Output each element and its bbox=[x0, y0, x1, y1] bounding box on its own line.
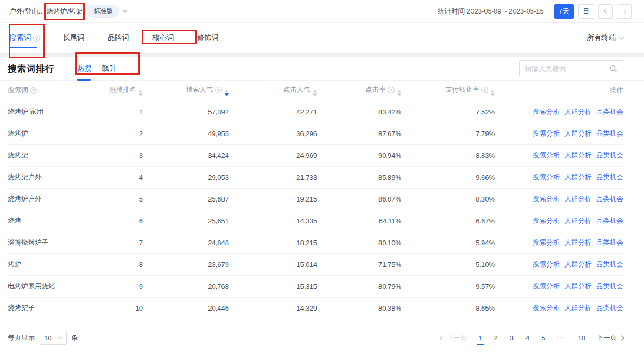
prev-period-button[interactable] bbox=[598, 4, 613, 19]
table-row: 烧烤炉 家用157,39242,27183.42%7.52%搜索分析人群分析品类… bbox=[8, 101, 623, 123]
sort-search-pop[interactable] bbox=[225, 90, 229, 96]
tab-modifier-word[interactable]: 修饰词 bbox=[197, 23, 219, 53]
pagination-page-5[interactable]: 5 bbox=[541, 333, 545, 343]
crowd-analysis-link[interactable]: 人群分析 bbox=[564, 238, 592, 247]
table-row: 电烤炉家用烧烤920,76815,31580.79%9.57%搜索分析人群分析品… bbox=[8, 275, 623, 297]
keyword-cell: 烧烤架子 bbox=[8, 297, 107, 319]
help-icon[interactable]: ? bbox=[481, 87, 488, 93]
crowd-analysis-link[interactable]: 人群分析 bbox=[564, 260, 592, 269]
help-icon[interactable]: ? bbox=[215, 87, 222, 93]
word-type-tabs: 搜索词? 长尾词 品牌词 核心词 修饰词 bbox=[9, 23, 219, 53]
terminal-filter[interactable]: 所有终端 bbox=[587, 33, 623, 43]
next-period-button[interactable] bbox=[617, 4, 632, 19]
per-page-select[interactable]: 10 bbox=[40, 331, 67, 345]
actions-cell: 搜索分析人群分析品类机会 bbox=[495, 210, 623, 232]
search-analysis-link[interactable]: 搜索分析 bbox=[533, 107, 560, 116]
keyword-cell: 烧烤炉 bbox=[8, 123, 107, 144]
tab-brand-word[interactable]: 品牌词 bbox=[108, 23, 129, 53]
actions-cell: 搜索分析人群分析品类机会 bbox=[495, 297, 623, 319]
help-icon[interactable]: ? bbox=[33, 35, 40, 42]
tab-long-tail-word[interactable]: 长尾词 bbox=[63, 23, 85, 53]
pagination-page-10[interactable]: 10 bbox=[577, 333, 586, 343]
per-page-unit: 条 bbox=[71, 333, 78, 342]
pagination-prev[interactable]: 上一页 bbox=[440, 333, 467, 342]
search-analysis-link[interactable]: 搜索分析 bbox=[533, 172, 560, 182]
cvr-cell: 5.10% bbox=[401, 253, 495, 275]
pagination-page-2[interactable]: 2 bbox=[494, 333, 498, 343]
sort-rank[interactable] bbox=[139, 90, 143, 96]
pagination-page-1[interactable]: 1 bbox=[478, 333, 482, 343]
search-analysis-link[interactable]: 搜索分析 bbox=[533, 303, 560, 313]
breadcrumb-current[interactable]: 烧烤炉/烤架 bbox=[46, 7, 83, 16]
ctr-cell: 80.38% bbox=[317, 297, 401, 319]
sort-click-pop[interactable] bbox=[313, 90, 317, 96]
search-analysis-link[interactable]: 搜索分析 bbox=[533, 282, 560, 291]
range-7d-button[interactable]: 7天 bbox=[554, 4, 574, 19]
breadcrumb-prefix[interactable]: 户外/登山.. bbox=[9, 7, 42, 16]
category-opportunity-link[interactable]: 品类机会 bbox=[596, 260, 623, 269]
pagination-page-4[interactable]: 4 bbox=[525, 333, 530, 343]
category-opportunity-link[interactable]: 品类机会 bbox=[596, 216, 623, 225]
category-opportunity-link[interactable]: 品类机会 bbox=[596, 194, 623, 204]
subtab-hot-search[interactable]: 热搜 bbox=[76, 57, 93, 80]
actions-cell: 搜索分析人群分析品类机会 bbox=[495, 253, 623, 275]
actions-cell: 搜索分析人群分析品类机会 bbox=[495, 123, 623, 144]
search-analysis-link[interactable]: 搜索分析 bbox=[533, 129, 560, 138]
click_pop-cell: 36,296 bbox=[229, 123, 317, 144]
col-header-click-pop: 点击人气 bbox=[229, 81, 317, 101]
pagination-page-3[interactable]: 3 bbox=[509, 333, 514, 343]
crowd-analysis-link[interactable]: 人群分析 bbox=[564, 129, 592, 138]
search_pop-cell: 20,446 bbox=[143, 297, 229, 319]
search-analysis-link[interactable]: 搜索分析 bbox=[533, 238, 560, 247]
ranking-subtabs: 热搜 飙升 bbox=[76, 57, 117, 80]
crowd-analysis-link[interactable]: 人群分析 bbox=[564, 216, 592, 225]
search-icon[interactable] bbox=[610, 65, 617, 73]
sort-cvr[interactable] bbox=[491, 90, 495, 96]
chevron-down-icon[interactable] bbox=[123, 8, 128, 13]
crowd-analysis-link[interactable]: 人群分析 bbox=[564, 194, 592, 204]
cvr-cell: 8.65% bbox=[401, 297, 495, 319]
crowd-analysis-link[interactable]: 人群分析 bbox=[564, 282, 592, 291]
cvr-cell: 5.94% bbox=[401, 232, 495, 253]
search_pop-cell: 20,768 bbox=[143, 275, 229, 297]
category-opportunity-link[interactable]: 品类机会 bbox=[596, 172, 623, 182]
category-opportunity-link[interactable]: 品类机会 bbox=[596, 151, 623, 160]
rank-cell: 5 bbox=[107, 188, 143, 210]
crowd-analysis-link[interactable]: 人群分析 bbox=[564, 107, 592, 116]
tab-core-word[interactable]: 核心词 bbox=[152, 23, 174, 53]
help-icon[interactable]: ? bbox=[388, 87, 395, 93]
actions-cell: 搜索分析人群分析品类机会 bbox=[495, 275, 623, 297]
tab-search-word[interactable]: 搜索词? bbox=[9, 23, 40, 53]
click_pop-cell: 21,733 bbox=[229, 166, 317, 188]
col-header-actions: 操作 bbox=[495, 81, 623, 101]
category-opportunity-link[interactable]: 品类机会 bbox=[596, 282, 623, 291]
category-opportunity-link[interactable]: 品类机会 bbox=[596, 107, 623, 116]
section-divider bbox=[0, 54, 644, 57]
search-analysis-link[interactable]: 搜索分析 bbox=[533, 194, 560, 204]
keyword-cell: 烤炉 bbox=[8, 253, 107, 275]
search-analysis-link[interactable]: 搜索分析 bbox=[533, 151, 560, 160]
cvr-cell: 9.66% bbox=[401, 166, 495, 188]
actions-cell: 搜索分析人群分析品类机会 bbox=[495, 144, 623, 166]
category-opportunity-link[interactable]: 品类机会 bbox=[596, 129, 623, 138]
rank-cell: 2 bbox=[107, 123, 143, 144]
click_pop-cell: 18,215 bbox=[229, 232, 317, 253]
click_pop-cell: 15,315 bbox=[229, 275, 317, 297]
category-opportunity-link[interactable]: 品类机会 bbox=[596, 238, 623, 247]
crowd-analysis-link[interactable]: 人群分析 bbox=[564, 172, 592, 182]
pagination-ellipsis[interactable]: ··· bbox=[557, 333, 567, 343]
subtab-rising[interactable]: 飙升 bbox=[101, 57, 117, 80]
search-analysis-link[interactable]: 搜索分析 bbox=[533, 260, 560, 269]
crowd-analysis-link[interactable]: 人群分析 bbox=[564, 303, 592, 313]
keyword-cell: 电烤炉家用烧烤 bbox=[8, 275, 107, 297]
category-opportunity-link[interactable]: 品类机会 bbox=[596, 303, 623, 313]
crowd-analysis-link[interactable]: 人群分析 bbox=[564, 151, 592, 160]
pagination-next[interactable]: 下一页 bbox=[597, 333, 623, 342]
help-icon[interactable]: ? bbox=[30, 87, 37, 94]
click_pop-cell: 15,014 bbox=[229, 253, 317, 275]
ctr-cell: 80.79% bbox=[317, 275, 401, 297]
sort-ctr[interactable] bbox=[397, 90, 401, 96]
keyword-search-input[interactable] bbox=[525, 65, 607, 73]
search-analysis-link[interactable]: 搜索分析 bbox=[533, 216, 560, 225]
range-day-button[interactable]: 日 bbox=[578, 4, 594, 19]
